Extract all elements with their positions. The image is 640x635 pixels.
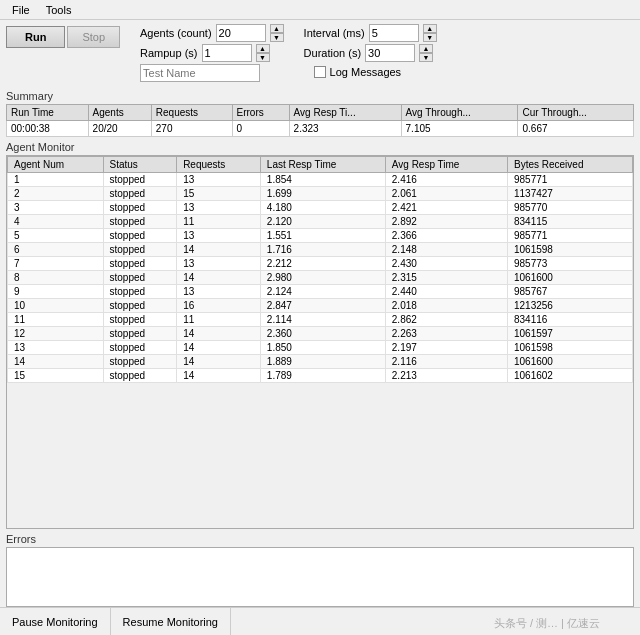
agent-cell-5: 1061602: [507, 369, 632, 383]
agent-cell-2: 14: [177, 341, 261, 355]
agent-cell-0: 9: [8, 285, 104, 299]
duration-down[interactable]: ▼: [419, 53, 433, 62]
agent-cell-3: 2.120: [260, 215, 385, 229]
agent-cell-4: 2.892: [385, 215, 507, 229]
agent-cell-2: 13: [177, 173, 261, 187]
agent-cell-2: 13: [177, 229, 261, 243]
agent-cell-1: stopped: [103, 229, 177, 243]
pause-monitoring-button[interactable]: Pause Monitoring: [0, 608, 111, 635]
agent-cell-5: 834115: [507, 215, 632, 229]
agent-monitor-section: Agent Monitor Agent Num Status Requests …: [6, 141, 634, 529]
stop-button[interactable]: Stop: [67, 26, 120, 48]
table-row: 11stopped112.1142.862834116: [8, 313, 633, 327]
agent-cell-3: 1.889: [260, 355, 385, 369]
agent-cell-4: 2.315: [385, 271, 507, 285]
rampup-spinner[interactable]: ▲ ▼: [256, 44, 270, 62]
table-row: 4stopped112.1202.892834115: [8, 215, 633, 229]
toolbar-buttons-group: Run Stop: [6, 24, 120, 48]
agent-cell-1: stopped: [103, 369, 177, 383]
agent-cell-4: 2.263: [385, 327, 507, 341]
agent-cell-5: 1061598: [507, 341, 632, 355]
errors-box: [6, 547, 634, 607]
agent-cell-5: 985770: [507, 201, 632, 215]
summary-col-2: Requests: [151, 105, 232, 121]
agent-col-4: Avg Resp Time: [385, 157, 507, 173]
agent-cell-5: 985771: [507, 173, 632, 187]
duration-up[interactable]: ▲: [419, 44, 433, 53]
agent-cell-0: 7: [8, 257, 104, 271]
table-row: 8stopped142.9802.3151061600: [8, 271, 633, 285]
agent-col-5: Bytes Received: [507, 157, 632, 173]
agent-cell-4: 2.018: [385, 299, 507, 313]
agent-cell-4: 2.197: [385, 341, 507, 355]
agent-cell-2: 14: [177, 243, 261, 257]
agent-cell-1: stopped: [103, 243, 177, 257]
summary-section: Summary Run Time Agents Requests Errors …: [6, 90, 634, 137]
run-stop-buttons: Run Stop: [6, 26, 120, 48]
agents-count-down[interactable]: ▼: [270, 33, 284, 42]
agent-cell-0: 12: [8, 327, 104, 341]
summary-runtime: 00:00:38: [7, 121, 89, 137]
agent-col-2: Requests: [177, 157, 261, 173]
summary-requests: 270: [151, 121, 232, 137]
agent-cell-5: 1061598: [507, 243, 632, 257]
agent-cell-1: stopped: [103, 173, 177, 187]
agent-cell-0: 13: [8, 341, 104, 355]
resume-monitoring-button[interactable]: Resume Monitoring: [111, 608, 231, 635]
agent-cell-1: stopped: [103, 201, 177, 215]
agent-cell-2: 16: [177, 299, 261, 313]
main-content: Summary Run Time Agents Requests Errors …: [0, 86, 640, 611]
agent-cell-0: 1: [8, 173, 104, 187]
agent-cell-3: 2.124: [260, 285, 385, 299]
agent-cell-3: 2.847: [260, 299, 385, 313]
interval-row: Interval (ms) ▲ ▼: [304, 24, 437, 42]
menubar: File Tools: [0, 0, 640, 20]
agent-cell-2: 13: [177, 201, 261, 215]
test-name-input[interactable]: [140, 64, 260, 82]
agent-cell-0: 11: [8, 313, 104, 327]
menu-tools[interactable]: Tools: [38, 2, 80, 18]
agent-cell-2: 13: [177, 285, 261, 299]
menu-file[interactable]: File: [4, 2, 38, 18]
interval-input[interactable]: [369, 24, 419, 42]
interval-down[interactable]: ▼: [423, 33, 437, 42]
log-messages-label: Log Messages: [330, 66, 402, 78]
run-button[interactable]: Run: [6, 26, 65, 48]
agent-cell-1: stopped: [103, 187, 177, 201]
rampup-input[interactable]: [202, 44, 252, 62]
duration-input[interactable]: [365, 44, 415, 62]
agent-cell-4: 2.440: [385, 285, 507, 299]
agent-col-1: Status: [103, 157, 177, 173]
agents-count-up[interactable]: ▲: [270, 24, 284, 33]
agent-cell-5: 1061600: [507, 355, 632, 369]
agent-cell-4: 2.421: [385, 201, 507, 215]
agents-count-spinner[interactable]: ▲ ▼: [270, 24, 284, 42]
agent-cell-1: stopped: [103, 327, 177, 341]
agent-cell-0: 3: [8, 201, 104, 215]
agent-cell-5: 1061600: [507, 271, 632, 285]
summary-label: Summary: [6, 90, 634, 102]
log-messages-checkbox[interactable]: [314, 66, 326, 78]
interval-up[interactable]: ▲: [423, 24, 437, 33]
agent-table-wrapper[interactable]: Agent Num Status Requests Last Resp Time…: [6, 155, 634, 529]
agent-cell-0: 15: [8, 369, 104, 383]
agents-count-input[interactable]: [216, 24, 266, 42]
errors-section: Errors: [6, 533, 634, 607]
agent-cell-0: 10: [8, 299, 104, 313]
interval-spinner[interactable]: ▲ ▼: [423, 24, 437, 42]
table-row: 14stopped141.8892.1161061600: [8, 355, 633, 369]
rampup-down[interactable]: ▼: [256, 53, 270, 62]
bottom-bar: Pause Monitoring Resume Monitoring 头条号 /…: [0, 607, 640, 635]
agent-cell-3: 1.551: [260, 229, 385, 243]
agent-cell-2: 15: [177, 187, 261, 201]
table-row: 12stopped142.3602.2631061597: [8, 327, 633, 341]
rampup-up[interactable]: ▲: [256, 44, 270, 53]
table-row: 7stopped132.2122.430985773: [8, 257, 633, 271]
agent-monitor-label: Agent Monitor: [6, 141, 634, 153]
agent-cell-5: 985771: [507, 229, 632, 243]
agent-cell-0: 2: [8, 187, 104, 201]
agent-cell-2: 14: [177, 369, 261, 383]
agent-cell-5: 1137427: [507, 187, 632, 201]
duration-spinner[interactable]: ▲ ▼: [419, 44, 433, 62]
table-row: 10stopped162.8472.0181213256: [8, 299, 633, 313]
